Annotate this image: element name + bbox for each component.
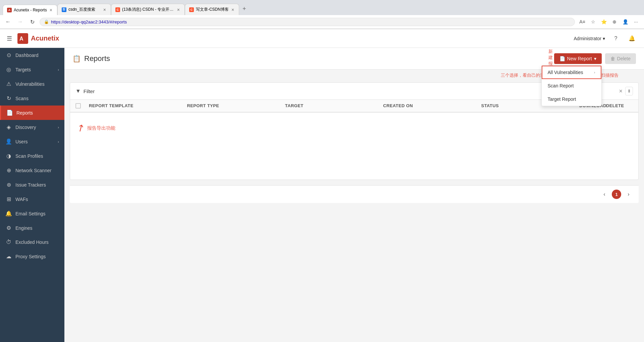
sidebar-item-scan-profiles[interactable]: ◑ Scan Profiles bbox=[0, 149, 64, 163]
sidebar-item-issue-trackers[interactable]: ⊛ Issue Trackers bbox=[0, 178, 64, 192]
pagination-next-button[interactable]: › bbox=[624, 190, 633, 199]
hamburger-button[interactable]: ☰ bbox=[7, 35, 12, 42]
tab-favicon-csdn-search: 百 bbox=[62, 7, 66, 12]
sidebar-item-excluded-hours[interactable]: ⏱ Excluded Hours bbox=[0, 235, 64, 249]
filter-close-button[interactable]: × bbox=[619, 88, 623, 95]
dropdown-label-scan-report: Scan Report bbox=[548, 83, 574, 88]
new-tab-button[interactable]: + bbox=[239, 3, 250, 15]
logo: A Acunetix bbox=[17, 33, 59, 44]
sidebar-label-users: Users bbox=[15, 139, 54, 144]
select-all-checkbox[interactable] bbox=[75, 103, 81, 109]
tab-title-acunetix: Acunetix - Reports bbox=[14, 8, 47, 12]
sidebar-label-network-scanner: Network Scanner bbox=[15, 168, 59, 173]
scan-profiles-icon: ◑ bbox=[5, 153, 12, 159]
pagination-prev-button[interactable]: ‹ bbox=[600, 190, 609, 199]
network-scanner-icon: ⊕ bbox=[5, 167, 12, 174]
delete-button[interactable]: 🗑 Delete bbox=[605, 53, 636, 64]
app-header-right: Administrator ▾ ? 🔔 bbox=[574, 33, 637, 44]
sidebar-item-reports[interactable]: 📄 Reports bbox=[0, 106, 64, 120]
tab-close-csdn-search[interactable]: × bbox=[103, 7, 107, 12]
user-menu[interactable]: Administrator ▾ bbox=[574, 36, 605, 41]
address-bar[interactable]: 🔒 https://desktop-qq2aac2:3443/#/reports bbox=[40, 18, 575, 26]
new-report-button[interactable]: 📄 New Report ▾ bbox=[554, 53, 602, 64]
tab-close-csdn-write[interactable]: × bbox=[231, 7, 235, 12]
bookmark-button[interactable]: ☆ bbox=[588, 17, 598, 26]
favorites-button[interactable]: ⭐ bbox=[599, 17, 608, 26]
pagination-current-page: 1 bbox=[612, 190, 621, 199]
sidebar-item-wafs[interactable]: ⊞ WAFs bbox=[0, 192, 64, 206]
scans-icon: ↻ bbox=[5, 95, 12, 101]
sidebar-item-vulnerabilities[interactable]: ⚠ Vulnerabilities bbox=[0, 77, 64, 91]
sidebar-item-users[interactable]: 👤 Users › bbox=[0, 134, 64, 149]
translate-button[interactable]: A≡ bbox=[578, 17, 587, 26]
tab-csdn-main[interactable]: C (13条消息) CSDN - 专业开发者社区 × bbox=[111, 4, 185, 15]
column-view-icon: ⦀ bbox=[628, 88, 630, 93]
logo-icon: A bbox=[17, 33, 28, 44]
pagination-prev-icon: ‹ bbox=[603, 191, 605, 197]
export-annotation-area: ↗ 报告导出功能 bbox=[70, 113, 638, 140]
targets-icon: ◎ bbox=[5, 66, 12, 73]
filter-title: Filter bbox=[84, 88, 95, 94]
more-button[interactable]: ··· bbox=[631, 17, 641, 26]
page-title-area: 📋 Reports bbox=[72, 54, 110, 63]
dropdown-scan-report[interactable]: Scan Report bbox=[542, 79, 601, 92]
collections-button[interactable]: ⊕ bbox=[610, 17, 619, 26]
user-dropdown-icon: ▾ bbox=[603, 36, 605, 41]
sidebar-label-issue-trackers: Issue Trackers bbox=[15, 182, 59, 188]
dashboard-icon: ⊙ bbox=[5, 52, 12, 58]
sidebar-label-vulnerabilities: Vulnerabilities bbox=[15, 81, 59, 87]
user-label: Administrator bbox=[574, 36, 601, 41]
app-body: ⊙ Dashboard ◎ Targets › ⚠ Vulnerabilitie… bbox=[0, 48, 644, 342]
excluded-hours-icon: ⏱ bbox=[5, 239, 12, 245]
dropdown-target-report[interactable]: Target Report bbox=[542, 92, 601, 106]
tab-acunetix[interactable]: A Acunetix - Reports × bbox=[3, 5, 57, 15]
tab-csdn-write[interactable]: C 写文章-CSDN博客 × bbox=[185, 4, 239, 15]
dropdown-label-target-report: Target Report bbox=[548, 96, 576, 102]
sidebar-item-dashboard[interactable]: ⊙ Dashboard bbox=[0, 48, 64, 62]
pagination: ‹ 1 › bbox=[70, 185, 639, 203]
sidebar-label-email-settings: Email Settings bbox=[15, 211, 59, 216]
users-icon: 👤 bbox=[5, 138, 12, 145]
new-report-chevron: ▾ bbox=[594, 56, 596, 61]
discovery-chevron: › bbox=[58, 125, 59, 129]
sidebar-label-excluded-hours: Excluded Hours bbox=[15, 240, 59, 245]
forward-button[interactable]: → bbox=[15, 17, 25, 26]
sidebar-item-targets[interactable]: ◎ Targets › bbox=[0, 62, 64, 77]
app-header: ☰ A Acunetix Administrator ▾ ? 🔔 bbox=[0, 29, 644, 48]
sidebar-item-email-settings[interactable]: 🔔 Email Settings bbox=[0, 206, 64, 221]
new-report-label: New Report bbox=[567, 56, 592, 61]
tab-title-csdn-search: csdn_百度搜索 bbox=[68, 7, 101, 12]
app-container: ☰ A Acunetix Administrator ▾ ? 🔔 ⊙ bbox=[0, 29, 644, 342]
sidebar-label-scan-profiles: Scan Profiles bbox=[15, 153, 59, 159]
filter-view-button[interactable]: ⦀ bbox=[625, 87, 633, 95]
delete-label: Delete bbox=[617, 56, 631, 61]
new-report-icon: 📄 bbox=[559, 56, 565, 61]
sidebar-item-engines[interactable]: ⚙ Engines bbox=[0, 221, 64, 235]
targets-chevron: › bbox=[58, 68, 59, 72]
sidebar-item-scans[interactable]: ↻ Scans bbox=[0, 91, 64, 106]
tab-csdn-search[interactable]: 百 csdn_百度搜索 × bbox=[57, 4, 111, 15]
table-col-report-template: Report Template bbox=[89, 103, 187, 109]
page-title: Reports bbox=[84, 54, 110, 63]
all-vulnerabilities-chevron: › bbox=[594, 70, 595, 74]
sidebar-item-proxy-settings[interactable]: ☁ Proxy Settings bbox=[0, 249, 64, 264]
tab-close-acunetix[interactable]: × bbox=[49, 8, 53, 12]
reload-button[interactable]: ↻ bbox=[28, 17, 37, 26]
help-button[interactable]: ? bbox=[610, 33, 621, 44]
annotation-export: ↗ 报告导出功能 bbox=[77, 123, 632, 134]
back-button[interactable]: ← bbox=[3, 17, 13, 26]
email-settings-icon: 🔔 bbox=[5, 210, 12, 217]
sidebar-item-network-scanner[interactable]: ⊕ Network Scanner bbox=[0, 163, 64, 178]
profile-button[interactable]: 👤 bbox=[621, 17, 630, 26]
page-header: 📋 Reports 选择新建报告 → 📄 New Report ▾ bbox=[64, 48, 644, 70]
notifications-button[interactable]: 🔔 bbox=[627, 33, 637, 44]
filter-icon: ▼ bbox=[75, 88, 81, 94]
pagination-next-icon: › bbox=[628, 191, 629, 197]
tab-close-csdn-main[interactable]: × bbox=[176, 7, 180, 12]
page-actions: 选择新建报告 → 📄 New Report ▾ All Vulnerabili bbox=[554, 53, 636, 64]
dropdown-all-vulnerabilities[interactable]: All Vulnerabilities › bbox=[542, 66, 601, 79]
sidebar-item-discovery[interactable]: ◈ Discovery › bbox=[0, 120, 64, 134]
tab-favicon-acunetix: A bbox=[7, 8, 12, 12]
table-col-report-type: Report Type bbox=[187, 103, 285, 109]
tab-favicon-csdn-main: C bbox=[115, 7, 120, 12]
